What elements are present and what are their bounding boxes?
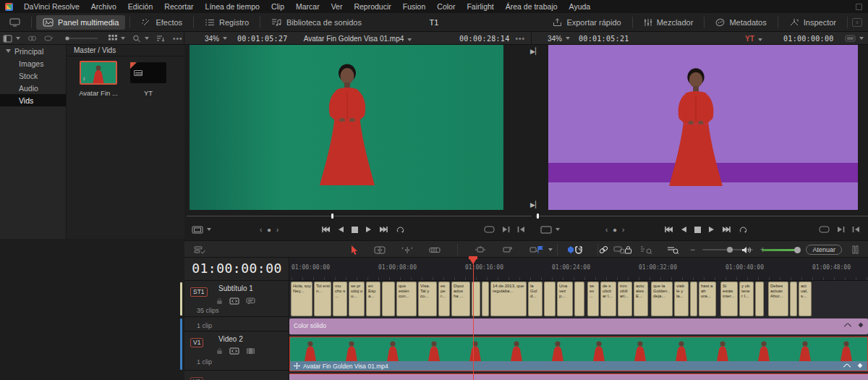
insert-clip-icon[interactable] (475, 245, 486, 254)
stop-button[interactable] (694, 227, 701, 233)
search-icon[interactable] (132, 35, 149, 43)
bin-item-stock[interactable]: Stock (0, 69, 66, 82)
menu-item-10[interactable]: Color (431, 2, 461, 11)
last-frame-button[interactable] (722, 226, 731, 233)
menu-item-7[interactable]: Ver (326, 2, 349, 11)
subtitle-clip-22[interactable]: viab le y la... (674, 282, 689, 316)
subtitle-clip-5[interactable] (382, 282, 395, 316)
effects-button[interactable]: Efectos (135, 15, 189, 30)
vertical-scrollbar-video[interactable] (180, 318, 182, 370)
speaker-icon[interactable] (741, 246, 752, 254)
timeline-name[interactable]: YT (745, 35, 762, 43)
play-button[interactable] (365, 226, 372, 233)
first-frame-button[interactable] (321, 226, 331, 233)
quick-export-button[interactable]: Exportar rápido (546, 15, 627, 30)
marker-icon[interactable] (567, 245, 582, 254)
solid-color-clip[interactable]: Color sólido (289, 318, 868, 334)
keyframe-diamond-icon[interactable] (857, 363, 863, 368)
subtitle-clip-21[interactable]: que la Golden , deja... (651, 282, 673, 316)
jog-control[interactable]: ‹ ● › (260, 226, 280, 234)
inspector-button[interactable]: Inspector (783, 15, 843, 30)
subtitle-clip-24[interactable]: hast a ah ora... (699, 282, 716, 316)
source-viewer-frame[interactable] (190, 45, 503, 210)
lock-icon[interactable] (216, 347, 223, 355)
timeline-position-timecode[interactable]: 00:01:05:21 (579, 35, 629, 43)
video-clip-selected[interactable]: Avatar Fin Golden Visa 01.mp4 (289, 337, 868, 371)
bin-item-images[interactable]: Images (0, 57, 66, 69)
jog-control[interactable]: ‹ ● › (605, 226, 626, 234)
match-frame-out-icon[interactable] (837, 226, 845, 233)
subtitle-clip-4[interactable]: en Esp a... (366, 282, 380, 316)
playhead-line[interactable] (473, 259, 474, 380)
dual-monitor-button[interactable] (3, 15, 27, 30)
track-badge-v1[interactable]: V1 (190, 334, 203, 347)
track-name-video[interactable]: Video 2 (218, 335, 243, 343)
source-more-options-icon[interactable]: ••• (515, 35, 525, 43)
source-scrub-bar[interactable] (187, 214, 532, 219)
timeline-scrub-bar[interactable] (535, 214, 868, 219)
playhead-marker[interactable] (469, 258, 477, 264)
menu-item-3[interactable]: Recortar (158, 2, 199, 11)
subtitle-clip-2[interactable]: mu cho s ... (333, 282, 347, 316)
subtitle-clip-7[interactable]: Visa. Tal y co... (418, 282, 437, 316)
menu-item-0[interactable]: DaVinci Resolve (18, 2, 85, 11)
track-badge-st1[interactable]: ST1 (190, 284, 208, 297)
sort-icon[interactable] (156, 35, 165, 42)
subtitle-clip-18[interactable]: de s olicit ar l... (600, 282, 616, 316)
media-item-avatar-video[interactable]: ♪ (80, 61, 117, 85)
page-nav-icon[interactable]: ∨ (852, 18, 862, 27)
timeline-viewer-frame[interactable] (548, 45, 858, 210)
audio-meters-icon[interactable] (852, 245, 859, 254)
source-clip-title[interactable]: Avatar Fin Golden Visa 01.mp4 (304, 35, 412, 43)
subtitle-track-icon[interactable] (246, 297, 255, 305)
first-frame-button[interactable] (664, 226, 673, 233)
bin-root[interactable]: Principal (0, 45, 66, 57)
subtitle-clip-20[interactable]: actu ales . E... (634, 282, 648, 316)
subtitle-clip-8[interactable]: es pe r... (438, 282, 450, 316)
menu-item-13[interactable]: Ayuda (563, 2, 597, 11)
subtitle-clip-9[interactable]: Diput ados ha ... (451, 282, 470, 316)
timeline-ruler[interactable]: 01:00:00:0001:00:08:0001:00:16:0001:00:2… (289, 258, 868, 281)
chevron-down-icon[interactable] (223, 37, 227, 40)
track-badge-cutoff[interactable]: V1 (190, 373, 203, 380)
play-reverse-button[interactable] (681, 226, 687, 233)
menu-item-1[interactable]: Archivo (85, 2, 122, 11)
timeline-display-mode-icon[interactable] (540, 226, 560, 234)
subtitle-clip-3[interactable]: se pr oduj o u... (349, 282, 365, 316)
keyframe-diamond-icon[interactable] (858, 322, 864, 328)
window-controls-icon[interactable] (856, 4, 862, 10)
auto-track-icon[interactable] (229, 297, 239, 305)
subtitle-clip-11[interactable] (482, 282, 489, 316)
usage-filter-icon[interactable] (44, 35, 54, 42)
sound-library-button[interactable]: Biblioteca de sonidos (265, 15, 368, 30)
timeline-scrub-playhead[interactable] (537, 214, 539, 219)
menu-item-9[interactable]: Fusion (397, 2, 432, 11)
goto-out-icon[interactable]: ▶▏ (530, 201, 540, 208)
metadata-button[interactable]: Metadatos (709, 15, 773, 30)
bin-item-vids[interactable]: Vids (0, 94, 66, 106)
selection-tool-icon[interactable] (351, 245, 358, 255)
subtitle-clip-30[interactable]: act ual, s... (799, 282, 812, 316)
subtitle-clip-27[interactable] (755, 282, 764, 316)
menu-item-2[interactable]: Edición (122, 2, 158, 11)
overwrite-clip-icon[interactable] (502, 245, 513, 254)
subtitle-clip-12[interactable]: 14 de 2013, que regulaba... (490, 282, 527, 316)
loop-button[interactable] (739, 226, 748, 234)
index-button[interactable]: Registro (198, 15, 255, 30)
timeline-options-icon[interactable] (194, 245, 205, 254)
subtitle-clip-14[interactable] (544, 282, 556, 316)
bin-item-audio[interactable]: Audio (0, 82, 66, 94)
match-frame-in-icon[interactable] (852, 226, 860, 233)
loop-range-icon[interactable] (484, 226, 495, 233)
source-display-mode-icon[interactable] (192, 226, 211, 234)
subtitle-clip-6[interactable]: que estén con... (396, 282, 417, 316)
subtitle-clip-28[interactable]: Debes actuar. Ahor... (768, 282, 788, 316)
film-track-icon[interactable] (246, 347, 255, 355)
menu-item-5[interactable]: Clip (265, 2, 290, 11)
subtitle-clip-1[interactable]: Tol enti n... (314, 282, 331, 316)
subtitle-clip-13[interactable]: la Gol d... (528, 282, 542, 316)
match-frame-in-icon[interactable] (517, 226, 525, 233)
track-name-subtitle[interactable]: Subtítulo 1 (218, 284, 253, 292)
menu-item-12[interactable]: Área de trabajo (500, 2, 563, 11)
menu-item-4[interactable]: Línea de tiempo (200, 2, 265, 11)
